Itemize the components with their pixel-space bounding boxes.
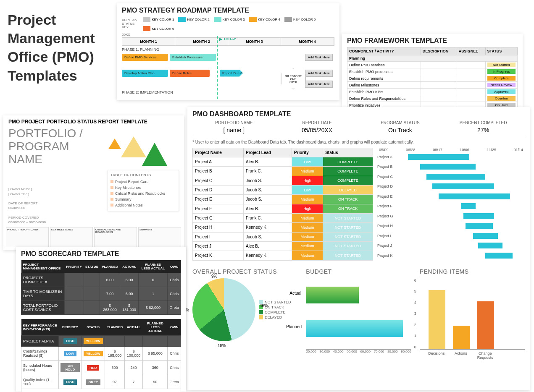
bar bbox=[306, 287, 359, 303]
bar bbox=[453, 326, 470, 349]
table-header: PRIORITY bbox=[59, 319, 82, 336]
roadmap-title: PMO STRATEGY ROADMAP TEMPLATE bbox=[122, 7, 334, 14]
task-box[interactable]: Establish Processes bbox=[170, 54, 216, 61]
table-row: Project HKennedy K.MediumNOT STARTED bbox=[193, 223, 373, 232]
table-row: Project EJacob S.MediumON TRACK bbox=[193, 195, 373, 204]
bar bbox=[477, 301, 494, 349]
today-line-icon bbox=[217, 36, 218, 99]
table-header: ASSIGNEE bbox=[457, 47, 485, 55]
table-row: Define PMO servicesNot Started bbox=[347, 62, 518, 68]
table-row: Costs/Savings Realized ($)LOWYELLOW$ 195… bbox=[21, 347, 181, 361]
axis-tick: 40,000 bbox=[333, 350, 343, 353]
chart-title: OVERALL PROJECT STATUS bbox=[192, 268, 297, 275]
header-value: 05/05/20XX bbox=[276, 127, 359, 133]
today-label: ▶ TODAY bbox=[219, 37, 236, 41]
gantt-date: 05/09 bbox=[379, 148, 389, 152]
toc-item: Additional Notes bbox=[110, 202, 176, 208]
framework-card: PMO FRAMEWORK TEMPLATE COMPONENT / ACTIV… bbox=[342, 34, 523, 107]
report-due: Report Due 00/00 bbox=[220, 70, 243, 77]
portfolio-card: PMO PROJECT PORTFOLIO STATUS REPORT TEMP… bbox=[3, 115, 184, 250]
add-task-button[interactable]: Add Task Here bbox=[305, 81, 333, 88]
scorecard-table-1: PROJECT MANAGEMENT OFFICEPRIORITYSTATUSP… bbox=[21, 260, 181, 315]
axis-tick: 6 bbox=[414, 278, 416, 282]
table-row: Define requirementsComplete bbox=[347, 75, 518, 82]
table-row: Project GFrank C.MediumNOT STARTED bbox=[193, 213, 373, 222]
key-item: KEY COLOR 4 bbox=[249, 17, 280, 22]
toc-item: Key Milestones bbox=[110, 185, 176, 191]
axis-tick: 3 bbox=[414, 311, 416, 316]
framework-table: COMPONENT / ACTIVITYDESCRIPTIONASSIGNEES… bbox=[347, 47, 518, 115]
header-label: PERCENT COMPLETED bbox=[442, 120, 525, 125]
axis-tick: 70,000 bbox=[374, 350, 384, 353]
dashboard-title: PMO DASHBOARD TEMPLATE bbox=[192, 110, 525, 118]
page-title: Project Management Office (PMO) Template… bbox=[8, 10, 113, 85]
table-header: PLANNED bbox=[100, 260, 120, 273]
gantt-row: Project H bbox=[377, 221, 525, 231]
table-header: STATUS bbox=[82, 319, 105, 336]
table-header: PLANNED bbox=[105, 319, 124, 336]
dashboard-card: PMO DASHBOARD TEMPLATE PORTFOLIO NAMEREP… bbox=[187, 107, 530, 390]
task-box[interactable]: Define Roles bbox=[170, 70, 210, 77]
key-label: DEPT -or- STATUS KEY bbox=[122, 18, 140, 29]
table-row: Project CJacob S.HighCOMPLETE bbox=[193, 176, 373, 185]
task-box[interactable]: Develop Action Plan bbox=[122, 70, 168, 77]
month-cell: MONTH 4 bbox=[281, 38, 334, 45]
header-label: PORTFOLIO NAME bbox=[192, 120, 276, 125]
table-header: PLANNED LESS ACTUAL bbox=[143, 319, 168, 336]
month-cell: MONTH 1 bbox=[122, 38, 175, 45]
table-header: DESCRIPTION bbox=[421, 47, 457, 55]
table-row: PROJECTS COMPLETE #6.006.000Chris bbox=[21, 273, 181, 287]
legend-item: DELAYED bbox=[259, 315, 291, 319]
project-alpha-row: PROJECT ALPHAHIGHYELLOW bbox=[21, 336, 181, 347]
bar bbox=[306, 320, 402, 337]
roadmap-card: PMO STRATEGY ROADMAP TEMPLATE DEPT -or- … bbox=[117, 3, 339, 100]
toc-title: TABLE OF CONTENTS bbox=[110, 173, 176, 177]
table-row: TOTAL PORTFOLIO COST SAVINGS$ 263,000$ 1… bbox=[21, 301, 181, 315]
gantt-row: Project D bbox=[377, 182, 525, 192]
axis-tick: 0 bbox=[414, 345, 416, 349]
add-task-button[interactable]: Add Task Here bbox=[305, 70, 333, 77]
pie-label: 9% bbox=[211, 274, 217, 279]
bar bbox=[429, 290, 445, 349]
toc-item: Project Report Card bbox=[110, 179, 176, 185]
header-value: [ name ] bbox=[192, 127, 276, 133]
svg-marker-1 bbox=[142, 143, 167, 166]
gantt-chart: 05/0906/2808/1710/0611/2501/14 Project A… bbox=[377, 148, 525, 261]
axis-tick: 80,000 bbox=[387, 350, 397, 353]
axis-tick: 30,000 bbox=[320, 350, 330, 353]
pie-chart-icon bbox=[192, 278, 255, 341]
axis-tick: 60,000 bbox=[360, 350, 370, 353]
table-row: Project BFrank C.MediumCOMPLETE bbox=[193, 167, 373, 176]
axis-label: Actual bbox=[289, 291, 301, 295]
table-header: STATUS bbox=[84, 260, 100, 273]
pending-chart: PENDING ITEMS 0123456 DecisionsActionsCh… bbox=[420, 268, 525, 360]
table-row: Establish PMO KPIsApproved bbox=[347, 89, 518, 95]
task-box[interactable]: Define PMO Services bbox=[122, 54, 168, 61]
header-value: On Track bbox=[359, 127, 442, 133]
key-item: KEY COLOR 3 bbox=[214, 17, 245, 22]
table-header: COMPONENT / ACTIVITY bbox=[347, 47, 421, 55]
table-row: Quality Index (1-100)HIGHGREY97790Greta bbox=[21, 375, 181, 389]
phase2-label: PHASE 2: IMPLEMENTATION bbox=[122, 90, 334, 94]
gantt-row: Project G bbox=[377, 211, 525, 221]
gantt-date: 11/25 bbox=[487, 148, 496, 152]
table-header: PLANNED LESS ACTUAL bbox=[139, 260, 168, 273]
overall-status-chart: OVERALL PROJECT STATUS 46% 18% 27% 9% NO… bbox=[192, 268, 297, 360]
pie-label: 18% bbox=[218, 343, 226, 348]
toc-item: Critical Risks and Roadblocks bbox=[110, 191, 176, 196]
gantt-row: Project J bbox=[377, 241, 525, 251]
axis-tick: 4 bbox=[414, 301, 416, 305]
table-header: PROJECT MANAGEMENT OFFICE bbox=[21, 260, 65, 273]
axis-tick: 20,000 bbox=[306, 350, 316, 353]
mini-card: PROJECT REPORT CARD bbox=[6, 227, 49, 247]
gantt-row: Project C bbox=[377, 172, 525, 182]
table-row: Define Roles and ResponsibilitiesOverdue bbox=[347, 95, 518, 102]
table-header: ACTUAL bbox=[120, 260, 138, 273]
header-label: PROGRAM STATUS bbox=[359, 120, 442, 125]
toc-item: Summary bbox=[110, 196, 176, 202]
framework-title: PMO FRAMEWORK TEMPLATE bbox=[347, 37, 518, 44]
mini-card: SUMMARY bbox=[138, 227, 181, 247]
chart-title: PENDING ITEMS bbox=[420, 268, 525, 275]
gantt-row: Project B bbox=[377, 162, 525, 172]
add-task-button[interactable]: Add Task Here bbox=[305, 54, 333, 61]
